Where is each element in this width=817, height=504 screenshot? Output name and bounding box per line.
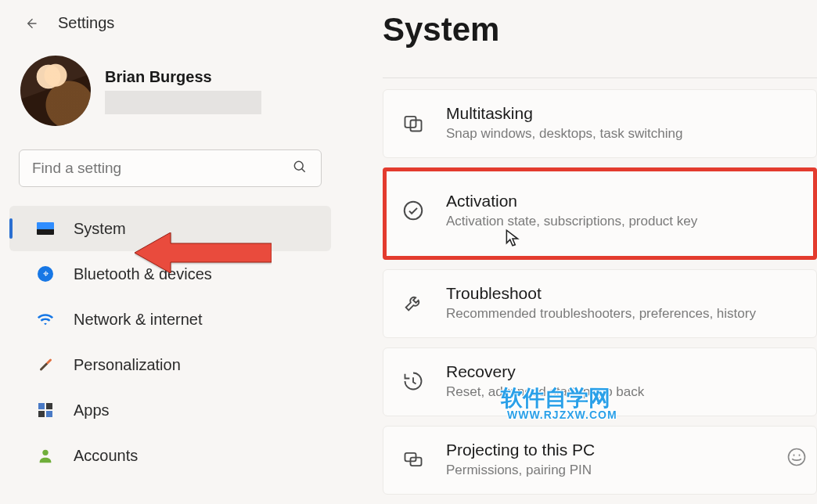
wifi-icon [36,310,55,329]
card-troubleshoot[interactable]: Troubleshoot Recommended troubleshooters… [383,269,817,338]
card-subtitle: Reset, advanced startup, go back [446,384,644,400]
card-text: Recovery Reset, advanced startup, go bac… [446,362,644,400]
card-title: Recovery [446,362,644,381]
nav-item-bluetooth[interactable]: ⌖ Bluetooth & devices [0,251,340,297]
sidebar: Settings Brian Burgess System ⌖ Bluetoot… [0,0,340,504]
card-subtitle: Snap windows, desktops, task switching [446,126,682,142]
search-wrap [19,149,322,187]
profile-name: Brian Burgess [105,68,261,86]
nav-label: Accounts [74,447,138,465]
main-panel: System Multitasking Snap windows, deskto… [340,0,817,504]
card-title: Troubleshoot [446,284,756,303]
card-activation[interactable]: Activation Activation state, subscriptio… [383,167,817,260]
nav-label: Bluetooth & devices [74,265,212,283]
card-text: Troubleshoot Recommended troubleshooters… [446,284,756,322]
back-arrow-icon [23,16,38,31]
header-row: Settings [0,14,340,32]
card-subtitle: Permissions, pairing PIN [446,463,595,478]
card-multitasking[interactable]: Multitasking Snap windows, desktops, tas… [383,89,817,158]
projecting-icon [401,447,426,472]
search-input[interactable] [19,149,322,187]
nav-label: Apps [74,401,110,419]
profile-block[interactable]: Brian Burgess [0,56,340,126]
card-recovery[interactable]: Recovery Reset, advanced startup, go bac… [383,347,817,416]
card-projecting[interactable]: Projecting to this PC Permissions, pairi… [383,426,817,495]
card-title: Activation [446,192,697,211]
app-title: Settings [58,14,114,32]
svg-point-0 [294,161,303,170]
nav-item-system[interactable]: System [9,206,331,251]
multitasking-icon [401,110,426,135]
check-circle-icon [401,198,426,223]
nav-item-accounts[interactable]: Accounts [0,433,340,478]
bluetooth-icon: ⌖ [36,265,55,283]
back-button[interactable] [22,15,39,32]
nav-item-personalization[interactable]: Personalization [0,342,340,387]
wrench-icon [401,290,426,315]
divider [383,72,817,78]
recovery-icon [401,369,426,394]
card-text: Multitasking Snap windows, desktops, tas… [446,104,682,142]
display-icon [36,219,55,238]
nav-item-network[interactable]: Network & internet [0,297,340,342]
nav-label: System [74,220,126,238]
profile-email-redacted [105,91,261,114]
avatar [20,56,91,126]
svg-point-5 [405,202,423,220]
profile-text: Brian Burgess [105,68,261,114]
apps-icon [36,401,55,419]
nav-label: Personalization [74,356,181,374]
card-text: Activation Activation state, subscriptio… [446,192,697,229]
card-subtitle: Recommended troubleshooters, preferences… [446,306,756,322]
nav-item-apps[interactable]: Apps [0,387,340,433]
nav: System ⌖ Bluetooth & devices Network & i… [0,206,340,478]
card-text: Projecting to this PC Permissions, pairi… [446,441,595,478]
settings-window: Settings Brian Burgess System ⌖ Bluetoot… [0,0,817,504]
svg-point-2 [42,450,48,455]
card-title: Projecting to this PC [446,441,595,459]
card-subtitle: Activation state, subscriptions, product… [446,214,697,229]
card-title: Multitasking [446,104,682,123]
nav-label: Network & internet [74,311,203,329]
user-icon [36,446,55,465]
svg-line-1 [302,169,305,172]
brush-icon [36,355,55,374]
search-icon [292,159,308,178]
page-title: System [383,11,817,49]
